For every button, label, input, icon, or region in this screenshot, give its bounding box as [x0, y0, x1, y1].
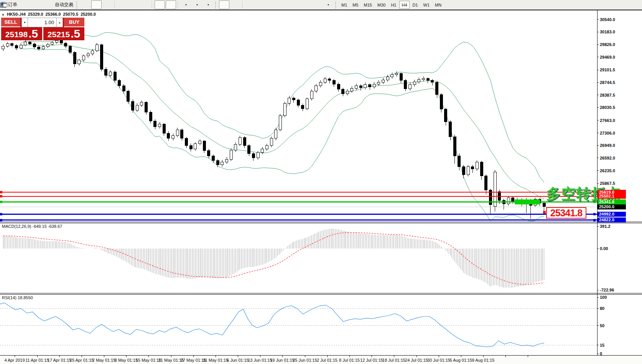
templates-dropdown-arrow[interactable]: ▾ — [207, 3, 209, 7]
templates-button[interactable]: ▾ — [203, 0, 213, 9]
timeframe-button-d1[interactable]: D1 — [410, 1, 420, 9]
timeframe-button-w1[interactable]: W1 — [421, 1, 432, 9]
cursor-tool-button[interactable] — [219, 0, 229, 9]
text-tool-button[interactable]: A — [301, 0, 311, 9]
zoom-in-button[interactable] — [117, 0, 128, 9]
main-chart-canvas[interactable] — [0, 10, 597, 222]
volume-input[interactable]: 1.00 — [28, 18, 56, 27]
price-axis-tick-label: 28744.5 — [600, 80, 615, 85]
periods-dropdown-arrow[interactable]: ▾ — [196, 3, 198, 7]
toolbar-drag-handle[interactable] — [335, 2, 337, 8]
fibonacci-tool-button[interactable]: F — [290, 0, 300, 9]
price-axis-tick-label: 28387.5 — [600, 93, 615, 97]
callout-anchor-square — [543, 211, 546, 214]
bar-chart-type-button[interactable] — [80, 0, 91, 9]
indicators-button[interactable]: ▾ — [181, 0, 191, 9]
periods-button[interactable]: ▾ — [192, 0, 202, 9]
sell-price[interactable]: 25198 .5 — [1, 27, 42, 40]
price-axis-tick-label: 29101.5 — [600, 68, 615, 72]
candlestick-chart-type-button[interactable] — [91, 0, 102, 9]
timeframe-button-h1[interactable]: H1 — [388, 1, 398, 9]
collapse-icon[interactable]: ▲ — [2, 13, 5, 16]
time-axis-tick — [238, 356, 238, 357]
signal-button[interactable] — [41, 0, 52, 9]
price-axis-tick-label: 30183.0 — [600, 30, 615, 34]
panel-divider[interactable] — [0, 222, 642, 223]
chart-shift-button[interactable] — [166, 0, 176, 9]
time-axis-label: 4 Apr 2019 — [4, 358, 25, 362]
toolbar-drag-handle[interactable] — [76, 2, 78, 8]
trading-platform-window: 新订单 自动交易 — [0, 0, 642, 364]
crosshair-tool-button[interactable] — [230, 0, 240, 9]
volume-increase-button[interactable]: ▲ — [56, 18, 63, 27]
price-axis-tick-label: 27663.0 — [600, 118, 615, 123]
price-axis-tick-label: 26592.0 — [600, 156, 615, 160]
panel-divider[interactable] — [0, 293, 642, 295]
time-axis-tick — [148, 356, 149, 357]
sell-button[interactable]: SELL — [1, 18, 20, 27]
time-axis-tick — [282, 356, 283, 357]
macd-axis-tick — [597, 249, 599, 249]
equidistant-channel-tool-button[interactable]: E — [278, 0, 289, 9]
price-axis-tick — [597, 183, 599, 184]
time-axis-tick — [216, 356, 216, 357]
time-axis-tick — [193, 356, 194, 357]
volume-decrease-button[interactable]: ▼ — [21, 18, 28, 27]
search-button[interactable] — [619, 0, 629, 9]
toolbar-separator — [115, 1, 115, 9]
buy-button[interactable]: BUY — [64, 18, 84, 27]
time-axis-label: 11 Apr 01:15 — [25, 358, 49, 362]
indicators-dropdown-arrow[interactable]: ▾ — [185, 3, 187, 7]
auto-trading-button[interactable]: 自动交易 — [53, 0, 74, 9]
buy-price[interactable]: 25215 .5 — [43, 27, 84, 40]
price-axis-tick — [597, 120, 599, 120]
time-axis-tick — [394, 356, 394, 357]
timeframe-button-m30[interactable]: M30 — [375, 1, 388, 9]
macd-axis-tick — [597, 226, 599, 227]
toolbar-drag-handle[interactable] — [215, 2, 217, 8]
price-axis-tick-label: 29469.0 — [600, 55, 615, 59]
auto-scroll-button[interactable] — [155, 0, 165, 9]
toolbar-separator — [242, 1, 243, 9]
chat-button[interactable] — [630, 0, 640, 9]
timeframe-button-m1[interactable]: M1 — [339, 1, 349, 9]
time-axis-tick — [416, 356, 417, 357]
price-line-label: 25502.1 — [598, 194, 626, 199]
line-chart-type-button[interactable] — [102, 0, 113, 9]
timeframe-button-h4[interactable]: H4 — [399, 1, 409, 9]
rsi-panel-canvas[interactable] — [0, 295, 597, 355]
price-line-label: 24992.0 — [598, 212, 626, 217]
chart-area: ▲ HK50-,H4 25329.0 25366.0 25070.5 25200… — [0, 10, 642, 364]
timeframe-button-m5[interactable]: M5 — [350, 1, 361, 9]
horizontal-line-tool-button[interactable] — [256, 0, 267, 9]
tile-windows-button[interactable] — [140, 0, 150, 9]
time-axis-label: 8 Jul 01:15 — [339, 358, 360, 362]
time-axis-label: 30 Jul 01:15 — [427, 358, 450, 362]
price-callout-label[interactable]: 25341.8 — [546, 207, 586, 219]
arrows-tool-button[interactable]: ▾ — [323, 0, 333, 9]
time-axis-tick — [461, 356, 461, 357]
chart-window-button[interactable] — [30, 0, 41, 9]
auto-trading-label: 自动交易 — [55, 2, 73, 8]
macd-panel-canvas[interactable] — [0, 223, 597, 293]
timeframe-button-mn[interactable]: MN — [433, 1, 444, 9]
text-label-tool-button[interactable]: T — [312, 0, 322, 9]
rsi-axis-label: 0 — [600, 351, 602, 356]
time-axis-label: 2 Jul 01:15 — [317, 358, 337, 362]
buy-price-frac: .5 — [71, 28, 80, 40]
symbol-title: HK50-,H4 — [7, 12, 26, 16]
time-axis[interactable]: 4 Apr 201911 Apr 01:1517 Apr 01:1525 Apr… — [0, 356, 642, 364]
time-axis-tick — [349, 356, 350, 357]
buy-price-main: 25215 — [48, 30, 70, 40]
trendline-tool-button[interactable] — [267, 0, 278, 9]
price-line-label: 25341.8 — [598, 199, 626, 204]
zoom-out-button[interactable] — [128, 0, 139, 9]
timeframe-button-m15[interactable]: M15 — [362, 1, 374, 9]
price-line-label: 25200.0 — [598, 204, 626, 209]
vertical-line-tool-button[interactable] — [245, 0, 255, 9]
eraser-button[interactable] — [19, 0, 30, 9]
time-axis-tick — [372, 356, 372, 357]
time-axis-label: 13 Jun 01:15 — [248, 358, 272, 362]
arrows-dropdown-arrow[interactable]: ▾ — [328, 3, 329, 7]
symbol-info-bar[interactable]: ▲ HK50-,H4 25329.0 25366.0 25070.5 25200… — [2, 12, 96, 16]
